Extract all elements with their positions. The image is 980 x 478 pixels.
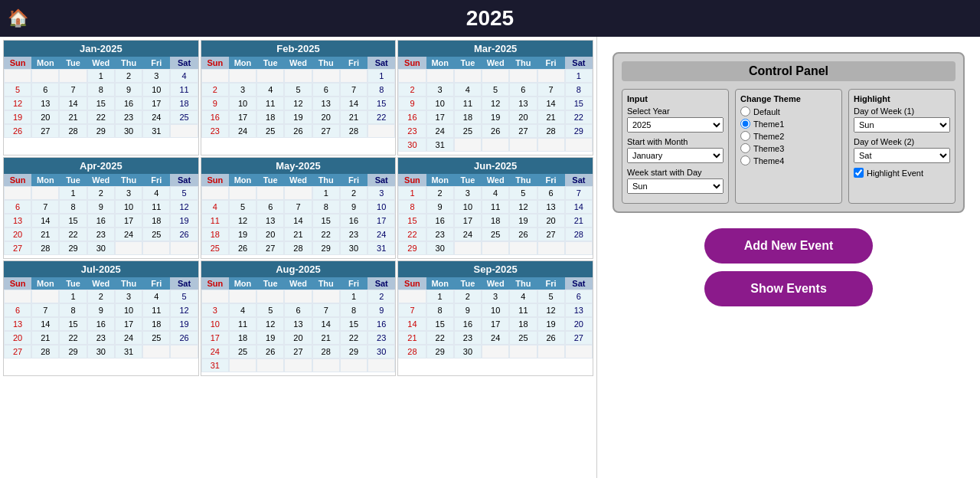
day-cell[interactable]: 22 — [340, 331, 368, 345]
day-cell[interactable]: 21 — [340, 110, 368, 124]
day-cell[interactable]: 10 — [115, 303, 142, 317]
day-cell[interactable]: 6 — [312, 83, 340, 97]
day-cell[interactable]: 2 — [201, 83, 229, 97]
day-cell[interactable]: 21 — [537, 110, 565, 124]
day-cell[interactable]: 13 — [31, 97, 59, 110]
day-cell[interactable]: 21 — [284, 228, 312, 241]
day-cell[interactable]: 26 — [4, 124, 31, 138]
day-cell[interactable]: 9 — [368, 303, 395, 317]
day-cell[interactable]: 19 — [229, 228, 256, 241]
day-cell[interactable]: 25 — [142, 228, 170, 241]
day-cell[interactable]: 14 — [537, 97, 565, 110]
day-cell[interactable]: 28 — [398, 345, 426, 358]
day-cell[interactable]: 22 — [368, 110, 395, 124]
day-cell[interactable]: 28 — [59, 124, 87, 138]
day-cell[interactable]: 30 — [368, 345, 395, 358]
day-cell[interactable]: 17 — [368, 214, 395, 228]
day-cell[interactable]: 25 — [256, 124, 284, 138]
day-cell[interactable]: 3 — [368, 186, 395, 200]
day-cell[interactable]: 22 — [398, 228, 426, 241]
day-cell[interactable]: 31 — [115, 345, 142, 358]
day-cell[interactable]: 8 — [565, 83, 593, 97]
day-cell[interactable]: 31 — [368, 241, 395, 255]
day-cell[interactable]: 22 — [59, 331, 87, 345]
highlight-event-checkbox[interactable] — [854, 168, 864, 178]
day-cell[interactable]: 28 — [284, 241, 312, 255]
theme3-radio[interactable] — [740, 143, 750, 153]
day-cell[interactable]: 5 — [482, 83, 509, 97]
day-cell[interactable]: 16 — [87, 214, 115, 228]
day-cell[interactable]: 1 — [59, 290, 87, 303]
day-cell[interactable]: 16 — [398, 110, 426, 124]
day-cell[interactable]: 5 — [4, 83, 31, 97]
day-cell[interactable]: 26 — [229, 241, 256, 255]
day-cell[interactable]: 2 — [454, 290, 482, 303]
day-cell[interactable]: 3 — [201, 303, 229, 317]
day-cell[interactable]: 29 — [312, 241, 340, 255]
theme1-radio[interactable] — [740, 119, 750, 129]
day-cell[interactable]: 20 — [284, 331, 312, 345]
day-cell[interactable]: 23 — [368, 331, 395, 345]
day-cell[interactable]: 5 — [284, 83, 312, 97]
day-cell[interactable]: 14 — [312, 317, 340, 331]
day-cell[interactable]: 4 — [256, 83, 284, 97]
day-cell[interactable]: 26 — [284, 124, 312, 138]
day-cell[interactable]: 23 — [87, 331, 115, 345]
day-cell[interactable]: 2 — [368, 290, 395, 303]
day-cell[interactable]: 28 — [340, 124, 368, 138]
day-cell[interactable]: 30 — [398, 138, 426, 152]
day-cell[interactable]: 11 — [482, 200, 509, 214]
day-cell[interactable]: 9 — [340, 200, 368, 214]
home-icon[interactable]: 🏠 — [8, 8, 28, 28]
dow2-select[interactable]: Sat Sun Mon — [854, 148, 950, 163]
day-cell[interactable]: 25 — [454, 124, 482, 138]
day-cell[interactable]: 17 — [142, 97, 170, 110]
day-cell[interactable]: 6 — [31, 83, 59, 97]
day-cell[interactable]: 16 — [115, 97, 142, 110]
day-cell[interactable]: 30 — [340, 241, 368, 255]
day-cell[interactable]: 16 — [87, 317, 115, 331]
day-cell[interactable]: 26 — [509, 228, 537, 241]
day-cell[interactable]: 23 — [398, 124, 426, 138]
day-cell[interactable]: 20 — [509, 110, 537, 124]
day-cell[interactable]: 17 — [115, 317, 142, 331]
day-cell[interactable]: 3 — [115, 290, 142, 303]
day-cell[interactable]: 23 — [201, 124, 229, 138]
day-cell[interactable]: 9 — [87, 303, 115, 317]
day-cell[interactable]: 6 — [256, 200, 284, 214]
day-cell[interactable]: 30 — [426, 241, 454, 255]
day-cell[interactable]: 25 — [201, 241, 229, 255]
day-cell[interactable]: 1 — [398, 186, 426, 200]
day-cell[interactable]: 25 — [170, 110, 198, 124]
day-cell[interactable]: 3 — [426, 83, 454, 97]
day-cell[interactable]: 12 — [170, 200, 198, 214]
day-cell[interactable]: 19 — [170, 214, 198, 228]
day-cell[interactable]: 11 — [256, 97, 284, 110]
day-cell[interactable]: 15 — [398, 214, 426, 228]
day-cell[interactable]: 13 — [509, 97, 537, 110]
day-cell[interactable]: 12 — [4, 97, 31, 110]
day-cell[interactable]: 29 — [398, 241, 426, 255]
add-event-button[interactable]: Add New Event — [704, 228, 873, 264]
start-month-select[interactable]: January February March — [627, 148, 724, 163]
day-cell[interactable]: 24 — [368, 228, 395, 241]
day-cell[interactable]: 29 — [340, 345, 368, 358]
day-cell[interactable]: 10 — [115, 200, 142, 214]
day-cell[interactable]: 9 — [426, 200, 454, 214]
day-cell[interactable]: 23 — [115, 110, 142, 124]
week-start-select[interactable]: Sun Mon Sat — [627, 178, 724, 194]
day-cell[interactable]: 4 — [142, 290, 170, 303]
day-cell[interactable]: 27 — [256, 241, 284, 255]
day-cell[interactable]: 19 — [509, 214, 537, 228]
day-cell[interactable]: 14 — [565, 200, 593, 214]
day-cell[interactable]: 3 — [229, 83, 256, 97]
day-cell[interactable]: 19 — [170, 317, 198, 331]
day-cell[interactable]: 17 — [454, 214, 482, 228]
day-cell[interactable]: 2 — [87, 290, 115, 303]
day-cell[interactable]: 19 — [537, 317, 565, 331]
day-cell[interactable]: 14 — [284, 214, 312, 228]
day-cell[interactable]: 1 — [312, 186, 340, 200]
day-cell[interactable]: 30 — [115, 124, 142, 138]
day-cell[interactable]: 20 — [565, 317, 593, 331]
day-cell[interactable]: 13 — [284, 317, 312, 331]
